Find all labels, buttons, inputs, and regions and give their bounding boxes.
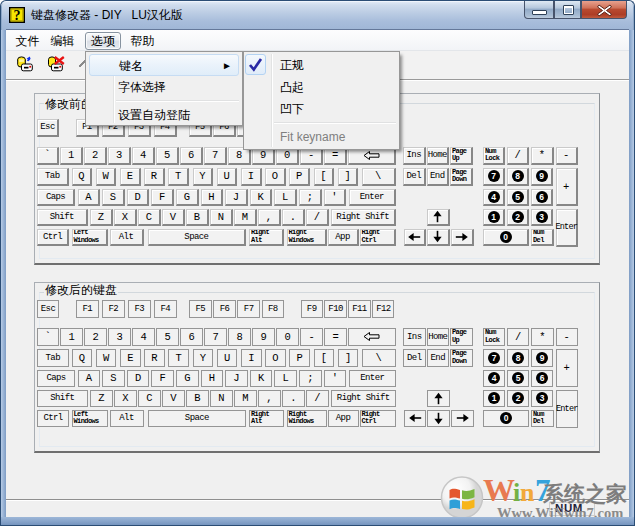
svg-text:?: ? [14,8,21,23]
svg-text:W: W [483,472,515,508]
svg-text:n: n [520,478,535,507]
svg-text:系统之家: 系统之家 [542,482,627,505]
svg-text:Www.WiNwin7.com: Www.WiNwin7.com [497,505,623,518]
